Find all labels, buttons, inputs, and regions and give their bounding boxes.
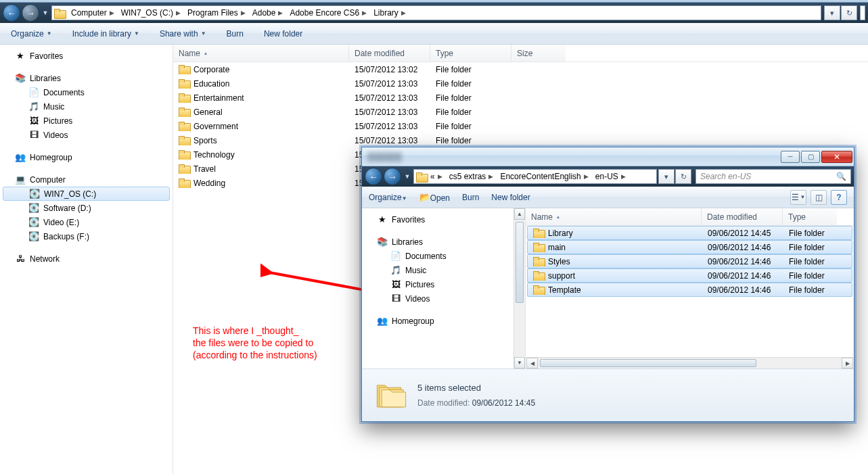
scroll-left-icon[interactable]: ◀ (526, 358, 538, 369)
address-bar[interactable]: «▶ cs5 extras▶ EncoreContentEnglish▶ en-… (413, 169, 657, 184)
breadcrumb-item[interactable]: en-US▶ (591, 170, 629, 183)
breadcrumb-item[interactable]: Computer▶ (67, 6, 117, 20)
scroll-thumb[interactable] (540, 359, 756, 367)
annotation-text: This is where I _thought_ the files were… (193, 325, 317, 362)
scroll-up-icon[interactable]: ▲ (514, 208, 525, 220)
nav-scrollbar[interactable]: ▲ ▼ (513, 208, 525, 369)
burn-button[interactable]: Burn (462, 193, 479, 202)
new-folder-button[interactable]: New folder (491, 193, 530, 202)
nav-pictures[interactable]: 🖼Pictures (0, 114, 173, 128)
search-icon: 🔍 (836, 172, 846, 181)
table-row[interactable]: support09/06/2012 14:46File folder (527, 268, 852, 283)
libraries-group[interactable]: 📚Libraries (0, 71, 173, 85)
open-button[interactable]: 📂Open (419, 192, 450, 203)
homegroup-group[interactable]: 👥Homegroup (0, 150, 173, 164)
search-box[interactable]: Search en-US 🔍 (695, 169, 851, 184)
breadcrumb-item[interactable]: Adobe Encore CS6▶ (285, 6, 369, 20)
libraries-group[interactable]: 📚Libraries (362, 235, 525, 249)
address-bar[interactable]: Computer▶ WIN7_OS (C:)▶ Program Files▶ A… (51, 5, 821, 20)
refresh-button[interactable]: ↻ (675, 169, 691, 184)
nav-videos[interactable]: 🎞Videos (0, 128, 173, 142)
table-row[interactable]: Sports15/07/2012 13:03File folder (173, 133, 868, 147)
table-row[interactable]: Library09/06/2012 14:45File folder (527, 226, 852, 240)
drive-icon: 💽 (28, 231, 39, 242)
burn-button[interactable]: Burn (223, 26, 248, 41)
nav-documents[interactable]: 📄Documents (362, 249, 525, 263)
address-dropdown[interactable]: ▾ (824, 5, 840, 20)
favorites-group[interactable]: ★Favorites (0, 49, 173, 63)
file-type: File folder (783, 285, 838, 295)
search-box[interactable] (860, 5, 865, 20)
include-in-library-menu[interactable]: Include in library▼ (68, 26, 143, 41)
history-dropdown[interactable]: ▼ (403, 168, 412, 185)
share-with-menu[interactable]: Share with▼ (156, 26, 210, 41)
new-folder-button[interactable]: New folder (260, 26, 306, 41)
scroll-thumb[interactable] (516, 222, 524, 303)
forward-button[interactable]: → (22, 4, 39, 22)
nav-drive-e[interactable]: 💽Video (E:) (0, 215, 173, 229)
help-button[interactable]: ? (831, 190, 847, 205)
details-text: 5 items selected Date modified: 09/06/20… (417, 383, 535, 408)
column-headers: Name Date modified Type (526, 208, 854, 226)
address-dropdown[interactable]: ▾ (658, 169, 675, 184)
table-row[interactable]: Entertainment15/07/2012 13:03File folder (173, 91, 868, 105)
table-row[interactable]: Government15/07/2012 13:03File folder (173, 119, 868, 133)
history-dropdown[interactable]: ▼ (41, 4, 50, 22)
network-group[interactable]: 🖧Network (0, 252, 173, 266)
table-row[interactable]: General15/07/2012 13:03File folder (173, 105, 868, 119)
col-size[interactable]: Size (511, 45, 566, 62)
file-date: 09/06/2012 14:46 (702, 271, 783, 281)
nav-drive-c[interactable]: 💽WIN7_OS (C:) (3, 187, 170, 201)
file-date: 15/07/2012 13:03 (349, 108, 430, 117)
breadcrumb-overflow[interactable]: «▶ (429, 170, 445, 183)
maximize-button[interactable]: ▢ (801, 151, 820, 163)
forward-button[interactable]: → (384, 168, 401, 185)
nav-music[interactable]: 🎵Music (0, 99, 173, 114)
back-button[interactable]: ← (365, 168, 382, 185)
breadcrumb-item[interactable]: cs5 extras▶ (445, 170, 497, 183)
back-button[interactable]: ← (3, 4, 20, 22)
nav-documents[interactable]: 📄Documents (0, 85, 173, 99)
computer-group[interactable]: 💻Computer (0, 172, 173, 187)
file-date: 09/06/2012 14:46 (702, 243, 783, 252)
homegroup-group[interactable]: 👥Homegroup (362, 314, 525, 328)
nav-drive-f[interactable]: 💽Backups (F:) (0, 229, 173, 243)
col-type[interactable]: Type (430, 45, 511, 62)
nav-music[interactable]: 🎵Music (362, 263, 525, 277)
table-row[interactable]: Education15/07/2012 13:03File folder (173, 76, 868, 91)
breadcrumb-item[interactable]: Adobe▶ (248, 6, 286, 20)
col-date[interactable]: Date modified (349, 45, 430, 62)
folder-icon (179, 179, 189, 187)
minimize-button[interactable]: ─ (781, 151, 800, 163)
file-type: File folder (430, 79, 511, 89)
refresh-button[interactable]: ↻ (841, 5, 857, 20)
favorites-group[interactable]: ★Favorites (362, 212, 525, 227)
close-button[interactable]: ✕ (821, 151, 852, 163)
nav-videos[interactable]: 🎞Videos (362, 291, 525, 306)
col-name[interactable]: Name (173, 45, 349, 62)
table-row[interactable]: Template09/06/2012 14:46File folder (527, 283, 852, 297)
table-row[interactable]: main09/06/2012 14:46File folder (527, 240, 852, 254)
breadcrumb-item[interactable]: Library▶ (369, 6, 409, 20)
nav-drive-d[interactable]: 💽Software (D:) (0, 201, 173, 215)
organize-menu[interactable]: Organize▼ (7, 26, 56, 41)
nav-pictures[interactable]: 🖼Pictures (362, 277, 525, 291)
window-titlebar[interactable]: ██████ ─ ▢ ✕ (362, 147, 854, 166)
breadcrumb-item[interactable]: Program Files▶ (183, 6, 248, 20)
preview-pane-button[interactable]: ◫ (810, 190, 827, 205)
col-name[interactable]: Name (526, 208, 702, 225)
table-row[interactable]: Corporate15/07/2012 13:02File folder (173, 62, 868, 76)
col-type[interactable]: Type (783, 208, 837, 225)
secondary-explorer-window[interactable]: ██████ ─ ▢ ✕ ← → ▼ «▶ cs5 extras▶ Encore… (361, 147, 854, 422)
scroll-right-icon[interactable]: ▶ (842, 358, 853, 369)
scroll-down-icon[interactable]: ▼ (514, 357, 525, 369)
col-date[interactable]: Date modified (702, 208, 783, 225)
breadcrumb-item[interactable]: EncoreContentEnglish▶ (496, 170, 591, 183)
horizontal-scrollbar[interactable]: ◀ ▶ (526, 357, 853, 369)
table-row[interactable]: Styles09/06/2012 14:46File folder (527, 254, 852, 268)
file-name: Library (548, 229, 573, 238)
breadcrumb-item[interactable]: WIN7_OS (C:)▶ (117, 6, 183, 20)
view-options-button[interactable]: ☰▼ (790, 190, 806, 205)
nav-bar: ← → ▼ «▶ cs5 extras▶ EncoreContentEnglis… (362, 166, 854, 187)
organize-menu[interactable]: Organize▼ (369, 193, 407, 202)
